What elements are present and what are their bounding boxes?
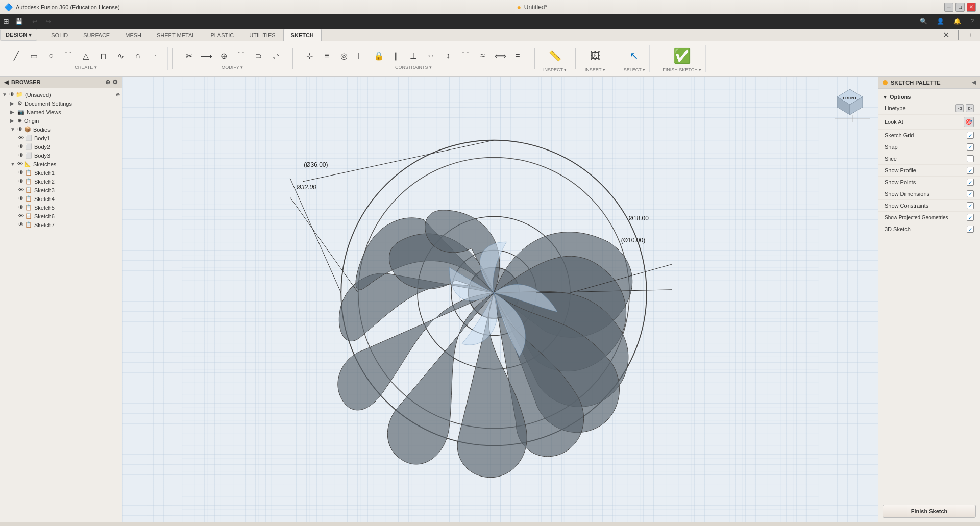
parallel-icon[interactable]: ∥ [388,47,404,64]
show-points-checkbox[interactable] [967,179,974,186]
tree-document-settings[interactable]: ▶ ⚙ Document Settings [0,99,122,108]
sketch-grid-checkbox[interactable] [967,132,974,139]
body2-eye-icon[interactable]: 👁 [18,143,24,150]
select-label[interactable]: SELECT ▾ [624,67,645,72]
smooth-icon[interactable]: ≈ [475,47,491,64]
linetype-right-icon[interactable]: ▷ [966,104,974,112]
palette-options-header[interactable]: ▼ Options [878,92,980,102]
grid-icon[interactable]: ⊞ [3,17,9,26]
undo-button[interactable]: ↩ [29,16,40,27]
rect2-tool-icon[interactable]: ⊓ [95,47,111,64]
inspect-label[interactable]: INSPECT ▾ [543,67,567,72]
sketch2-eye-icon[interactable]: 👁 [18,178,24,185]
coincident-icon[interactable]: ⊹ [301,47,317,64]
poly-tool-icon[interactable]: △ [78,47,94,64]
equal-icon[interactable]: = [509,47,526,64]
extend-icon[interactable]: ⟶ [198,47,214,64]
create-label[interactable]: CREATE ▾ [75,65,96,70]
point-tool-icon[interactable]: · [147,47,163,64]
concentric-icon[interactable]: ◎ [336,47,352,64]
file-menu-button[interactable]: 💾 [12,17,26,26]
sym-icon[interactable]: ⟺ [492,47,508,64]
select-icon[interactable]: ↖ [624,45,645,66]
insert-label[interactable]: INSERT ▾ [585,67,605,72]
sketch5-eye-icon[interactable]: 👁 [18,204,24,211]
mirror-icon[interactable]: ⇌ [267,47,284,64]
tree-bodies[interactable]: ▼ 👁 📦 Bodies [0,125,122,134]
ribbon-expand-button[interactable]: ＋ [966,30,976,40]
circle-tool-icon[interactable]: ○ [43,47,59,64]
tab-surface[interactable]: SURFACE [76,29,117,41]
3d-sketch-checkbox[interactable] [967,226,974,233]
finish-sketch-icon[interactable]: ✅ [671,45,693,66]
spline-tool-icon[interactable]: ∿ [112,47,129,64]
tree-sketch1[interactable]: 👁 📋 Sketch1 [0,168,122,177]
trim-icon[interactable]: ✂ [181,47,197,64]
tree-body2[interactable]: 👁 ⬜ Body2 [0,142,122,151]
tree-sketch4[interactable]: 👁 📋 Sketch4 [0,194,122,203]
tree-body3[interactable]: 👁 ⬜ Body3 [0,151,122,160]
origin-toggle[interactable]: ▶ [10,118,17,123]
sketch6-eye-icon[interactable]: 👁 [18,213,24,219]
sketches-eye-icon[interactable]: 👁 [17,161,23,167]
arc-tool-icon[interactable]: ⌒ [60,47,77,64]
linetype-left-icon[interactable]: ◁ [955,104,964,112]
tab-plastic[interactable]: PLASTIC [203,29,241,41]
tree-sketch3[interactable]: 👁 📋 Sketch3 [0,186,122,194]
root-toggle-icon[interactable]: ▼ [2,92,9,97]
redo-button[interactable]: ↪ [42,16,54,27]
modify-label[interactable]: MODIFY ▾ [222,65,243,70]
constraints-label[interactable]: CONSTRAINTS ▾ [395,65,432,70]
horiz-icon[interactable]: ↔ [423,47,439,64]
lookat-icon[interactable]: 🎯 [964,117,974,127]
collinear-icon[interactable]: ≡ [318,47,335,64]
break-icon[interactable]: ⊕ [215,47,232,64]
close-button[interactable]: ✕ [967,3,976,12]
bodies-eye-icon[interactable]: 👁 [17,126,23,133]
rect-tool-icon[interactable]: ▭ [26,47,42,64]
palette-expand-icon[interactable]: ◀ [972,79,976,86]
options-toggle-icon[interactable]: ▼ [883,94,888,100]
account-button[interactable]: 👤 [934,17,947,26]
sketches-toggle[interactable]: ▼ [10,161,17,167]
slice-checkbox[interactable] [967,155,974,162]
tree-sketch5[interactable]: 👁 📋 Sketch5 [0,203,122,212]
tab-sketch[interactable]: SKETCH [283,29,322,41]
doc-settings-toggle[interactable]: ▶ [10,101,17,106]
show-dimensions-checkbox[interactable] [967,190,974,197]
offset-icon[interactable]: ⊃ [250,47,266,64]
tab-solid[interactable]: SOLID [43,29,76,41]
tree-sketches[interactable]: ▼ 👁 📐 Sketches [0,160,122,168]
tab-mesh[interactable]: MESH [117,29,149,41]
browser-toggle-icon[interactable]: ⊕ [105,79,110,86]
body1-eye-icon[interactable]: 👁 [18,135,24,141]
tab-utilities[interactable]: UTILITIES [241,29,283,41]
show-proj-geom-checkbox[interactable] [967,214,974,221]
show-profile-checkbox[interactable] [967,167,974,174]
named-views-toggle[interactable]: ▶ [10,109,17,115]
tree-sketch6[interactable]: 👁 📋 Sketch6 [0,212,122,220]
eye-icon[interactable]: 👁 [9,91,15,98]
notification-button[interactable]: 🔔 [950,17,964,26]
line-tool-icon[interactable]: ╱ [8,47,24,64]
browser-back-icon[interactable]: ◀ [4,79,8,86]
tree-root[interactable]: ▼ 👁 📁 (Unsaved) ⊕ [0,90,122,99]
maximize-button[interactable]: □ [955,3,965,12]
ribbon-close-button[interactable]: ✕ [941,30,951,40]
tab-sheet-metal[interactable]: SHEET METAL [149,29,203,41]
sketch4-eye-icon[interactable]: 👁 [18,195,24,202]
view-cube[interactable]: FRONT [832,82,873,122]
insert-icon[interactable]: 🖼 [584,45,606,66]
bodies-toggle[interactable]: ▼ [10,127,17,132]
fix-icon[interactable]: 🔒 [371,47,387,64]
tree-named-views[interactable]: ▶ 📷 Named Views [0,108,122,116]
tree-body1[interactable]: 👁 ⬜ Body1 [0,134,122,142]
tang-icon[interactable]: ⌒ [457,47,474,64]
midpoint-icon[interactable]: ⊢ [353,47,370,64]
tree-sketch7[interactable]: 👁 📋 Sketch7 [0,220,122,229]
inspect-icon[interactable]: 📏 [544,45,566,66]
sketch1-eye-icon[interactable]: 👁 [18,169,24,176]
title-bar-right[interactable]: ─ □ ✕ [944,3,976,12]
sketch7-eye-icon[interactable]: 👁 [18,221,24,228]
fillet-icon[interactable]: ⌒ [233,47,249,64]
